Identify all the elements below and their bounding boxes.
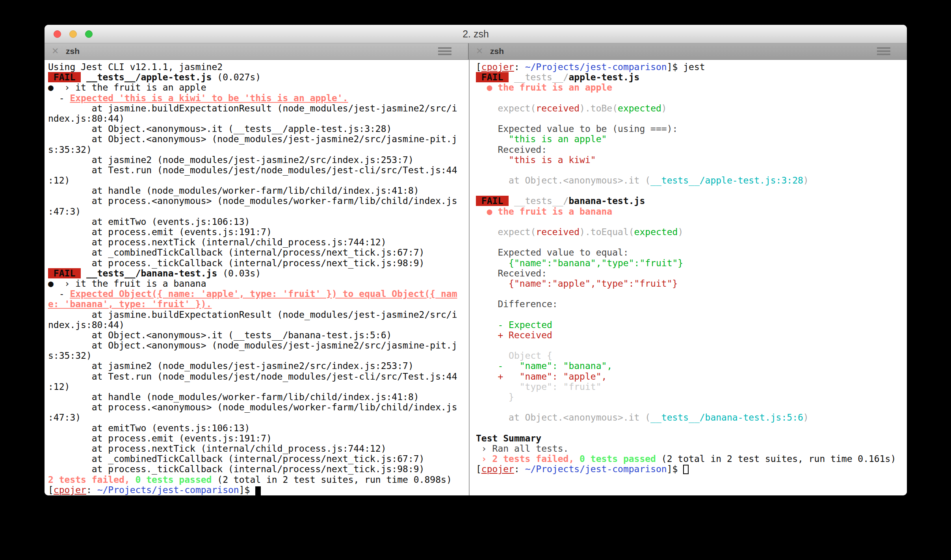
text-segment: ~/Projects/jest-comparison [97,485,239,495]
right-terminal-pane[interactable]: [cpojer: ~/Projects/jest-comparison]$ je… [470,60,907,495]
terminal-line [476,93,907,103]
text-segment: (2 total in 2 test suites, run time 0.16… [656,454,896,464]
terminal-line: ● › it the fruit is a banana [48,278,469,289]
terminal-line: › Ran all tests. [476,443,907,454]
text-segment: 0 tests passed [136,475,212,485]
text-segment: ndex.js:80:44) [48,113,124,124]
text-segment [509,72,514,82]
terminal-line: {"name":"apple","type":"fruit"} [476,278,907,289]
text-segment: at Test.run (node_modules/jest/node_modu… [48,371,457,382]
terminal-line: at jasmine2 (node_modules/jest-jasmine2/… [48,361,469,371]
text-segment: ~/Projects/jest-comparison [525,62,667,72]
text-segment: - Expected [476,320,552,330]
text-segment: expect( [476,103,536,113]
text-segment: at Object.<anonymous>.it (__tests__/appl… [48,124,392,134]
terminal-line: Expected value to be (using ===): [476,124,907,134]
terminal-line: "this is an apple" [476,134,907,144]
terminal-line: at jasmine.buildExpectationResult (node_… [48,310,469,320]
hamburger-menu-icon[interactable] [877,47,890,56]
terminal-line: [cpojer: ~/Projects/jest-comparison]$ [48,485,469,495]
fail-badge: FAIL [48,72,81,82]
text-segment: at jasmine2 (node_modules/jest-jasmine2/… [48,155,414,165]
fail-badge: FAIL [476,72,509,82]
text-segment: {"name":"banana","type":"fruit"} [476,258,683,268]
terminal-line: at Object.<anonymous> (node_modules/jest… [48,340,469,350]
text-segment: banana-test.js [568,196,645,206]
text-segment [81,268,86,278]
terminal-line: FAIL __tests__/apple-test.js [476,72,907,82]
text-segment: expected [634,227,678,237]
text-segment: Expected Object({ name: 'apple', type: '… [70,289,457,299]
fail-badge: FAIL [476,196,509,206]
text-segment: [ [476,62,481,72]
left-terminal-pane[interactable]: Using Jest CLI v12.1.1, jasmine2 FAIL __… [45,60,469,495]
text-segment: expect( [476,227,536,237]
terminal-line: "this is a kiwi" [476,155,907,165]
text-segment: [ [476,464,481,474]
terminal-line: at process.<anonymous> (node_modules/wor… [48,196,469,206]
terminal-line: FAIL __tests__/banana-test.js [476,196,907,206]
close-pane-icon[interactable]: ✕ [476,46,483,56]
terminal-line: - Expected Object({ name: 'apple', type:… [48,289,469,299]
text-segment: at jasmine.buildExpectationResult (node_… [48,103,457,113]
terminal-line: at Object.<anonymous>.it (__tests__/bana… [476,412,907,423]
right-pane-title: zsh [490,46,504,56]
terminal-line: at process.<anonymous> (node_modules/wor… [48,402,469,412]
terminal-line: at handle (node_modules/worker-farm/lib/… [48,185,469,196]
text-segment: cpojer [481,62,514,72]
text-segment: Received: [476,145,547,155]
text-segment: Difference: [476,299,558,309]
text-segment: Using Jest CLI v12.1.1, jasmine2 [48,62,223,72]
text-segment: at process._tickCallback (internal/proce… [48,258,424,268]
terminal-line: at Test.run (node_modules/jest/node_modu… [48,371,469,382]
right-pane-titlebar[interactable]: ✕ zsh [469,43,907,59]
text-segment: __tests__/banana-test.js:5:6 [650,412,803,423]
text-segment: received [536,227,580,237]
terminal-line: Expected value to equal: [476,247,907,258]
terminal-line: at Object.<anonymous> (node_modules/jest… [48,134,469,144]
terminal-line: - Expected [476,320,907,330]
terminal-line: expect(received).toBe(expected) [476,103,907,113]
text-segment [509,196,514,206]
text-segment: at Object.<anonymous>.it (__tests__/bana… [48,330,392,340]
text-segment: Test Summary [476,433,541,443]
text-segment: :47:3) [48,412,81,423]
terminal-line [476,165,907,175]
text-segment: at handle (node_modules/worker-farm/lib/… [48,392,419,402]
window-title: 2. zsh [45,25,907,43]
text-segment: (0.027s) [212,72,261,82]
terminal-line: FAIL __tests__/banana-test.js (0.03s) [48,268,469,278]
text-segment: __tests__/banana-test.js [86,268,217,278]
text-segment: at emitTwo (events.js:106:13) [48,217,250,227]
terminal-line: ● the fruit is an apple [476,82,907,93]
text-segment: at process.emit (events.js:191:7) [48,433,272,443]
terminal-line: :12) [48,382,469,392]
text-segment: ndex.js:80:44) [48,320,124,330]
terminal-line: s:35:32) [48,145,469,155]
text-segment: at _combinedTickCallback (internal/proce… [48,454,424,464]
text-segment: + Received [476,330,552,340]
left-pane-titlebar[interactable]: ✕ zsh [45,43,469,59]
text-segment: at process.<anonymous> (node_modules/wor… [48,402,457,412]
terminal-line: at jasmine.buildExpectationResult (node_… [48,103,469,113]
text-segment: s:35:32) [48,350,92,361]
close-pane-icon[interactable]: ✕ [52,46,59,56]
text-segment: ]$ [667,464,684,474]
text-segment: Expected 'this is a kiwi' to be 'this is… [70,93,348,103]
terminal-line: - Expected 'this is a kiwi' to be 'this … [48,93,469,103]
hamburger-menu-icon[interactable] [438,47,451,56]
text-segment: :12) [48,382,70,392]
desktop-background: 2. zsh ✕ zsh ✕ zsh Using Jest CLI v12.1.… [0,0,951,560]
terminal-line: s:35:32) [48,350,469,361]
text-segment: at Object.<anonymous>.it ( [476,412,650,423]
text-segment: (2 total in 2 test suites, run time 0.89… [212,475,451,485]
terminal-line: at jasmine2 (node_modules/jest-jasmine2/… [48,155,469,165]
window-titlebar[interactable]: 2. zsh [45,25,907,43]
text-segment: at process.nextTick (internal/child_proc… [48,443,386,454]
text-segment: __tests__/ [514,196,568,206]
terminal-line [476,113,907,124]
text-segment: expected [618,103,661,113]
text-segment: :12) [48,175,70,185]
text-segment [574,454,580,464]
terminal-line: ndex.js:80:44) [48,320,469,330]
